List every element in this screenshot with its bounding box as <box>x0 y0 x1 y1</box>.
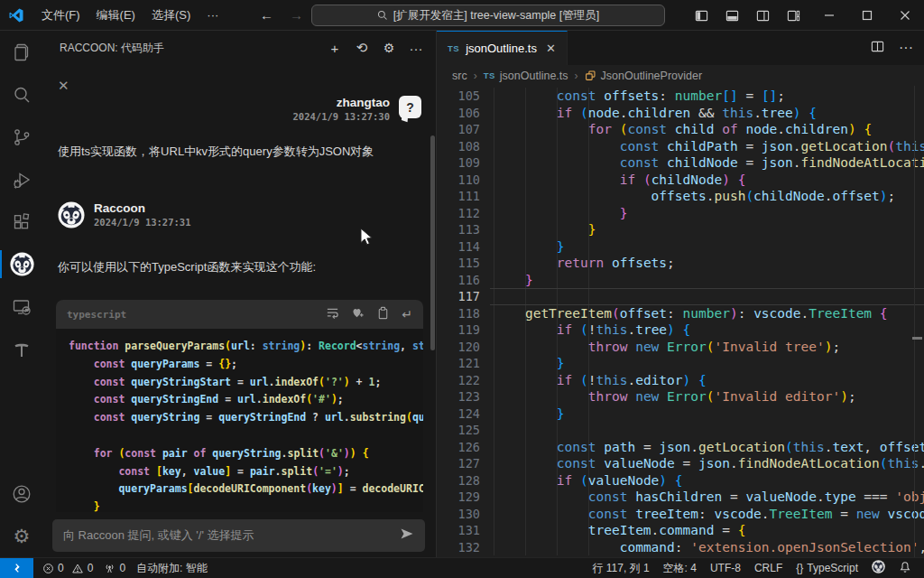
line-number: 126 <box>437 439 480 456</box>
editor-code-line: 116 } <box>437 272 924 289</box>
raccoon-avatar <box>58 201 85 232</box>
panel-settings-icon[interactable]: ⚙ <box>382 41 396 55</box>
ports-status[interactable]: 0 <box>104 562 125 574</box>
menu-selection[interactable]: 选择(S) <box>143 7 199 23</box>
line-number: 114 <box>437 238 480 256</box>
assistant-name: Raccoon <box>94 201 190 215</box>
command-center-search[interactable]: [扩展开发宿主] tree-view-sample [管理员] <box>311 5 665 26</box>
radio-tower-icon <box>104 563 116 574</box>
editor-code-line: 121 } <box>437 355 924 372</box>
overview-ruler-marker <box>912 337 922 340</box>
remote-indicator[interactable] <box>0 558 33 578</box>
search-icon <box>377 10 388 21</box>
indentation-status[interactable]: 空格: 4 <box>663 561 697 576</box>
nav-back-icon[interactable]: ← <box>260 7 273 23</box>
send-icon[interactable] <box>400 527 414 544</box>
chevron-right-icon: › <box>474 70 477 82</box>
editor-code-line: 130 const treeItem: vscode.TreeItem = ne… <box>437 506 924 523</box>
notifications-bell-icon[interactable] <box>899 561 911 576</box>
new-chat-icon[interactable]: + <box>328 41 342 56</box>
eol-status[interactable]: CRLF <box>754 562 782 574</box>
wrap-code-icon[interactable] <box>326 306 339 323</box>
extensions-icon[interactable] <box>0 200 43 243</box>
line-number: 124 <box>437 406 480 423</box>
tab-label: jsonOutline.ts <box>466 42 537 55</box>
breadcrumb-file[interactable]: TSjsonOutline.ts <box>484 70 568 82</box>
editor-code-line: 118 getTreeItem(offset: number): vscode.… <box>437 305 924 322</box>
user-name: zhangtao <box>293 96 390 109</box>
encoding-status[interactable]: UTF-8 <box>710 562 741 574</box>
user-message-text: 使用ts实现函数，将URL中kv形式的query参数转为JSON对象 <box>58 144 421 160</box>
customize-layout-icon[interactable] <box>780 0 807 31</box>
editor-code-line: 105 const offsets: number[] = []; <box>437 88 924 105</box>
chat-input[interactable]: 向 Raccoon 提问, 或键入 '/' 选择提示 <box>52 519 425 552</box>
explorer-icon[interactable] <box>0 31 43 73</box>
copy-code-icon[interactable] <box>376 306 390 323</box>
breadcrumb-symbol[interactable]: JsonOutlineProvider <box>585 70 703 82</box>
cursor-position-status[interactable]: 行 117, 列 1 <box>592 561 649 576</box>
assistant-message-header: Raccoon 2024/1/9 13:27:31 <box>58 201 421 232</box>
window-close-icon[interactable] <box>886 0 924 31</box>
line-number: 131 <box>437 522 480 539</box>
auto-attach-status[interactable]: 自动附加: 智能 <box>136 561 208 576</box>
line-number: 111 <box>437 188 480 205</box>
panel-more-icon[interactable]: ··· <box>409 41 423 56</box>
editor-code-line: 128 if (valueNode) { <box>437 472 924 489</box>
favorite-code-icon[interactable] <box>351 306 365 323</box>
remote-explorer-icon[interactable] <box>0 285 43 328</box>
menu-file[interactable]: 文件(F) <box>33 7 88 23</box>
editor-code-line: 109 const childNode = json.findNodeAtLoc… <box>437 154 924 172</box>
window-minimize-icon[interactable] <box>810 0 848 31</box>
editor-more-icon[interactable]: ··· <box>899 40 913 56</box>
accounts-icon[interactable] <box>0 472 43 515</box>
activity-bar: ⚙ <box>0 31 43 557</box>
language-mode-status[interactable]: {} TypeScript <box>796 562 858 574</box>
breadcrumb-src[interactable]: src <box>452 70 467 82</box>
editor-code-line: 120 throw new Error('Invalid tree'); <box>437 339 924 356</box>
vscode-logo-icon <box>8 7 24 23</box>
insert-code-icon[interactable]: ↵ <box>402 307 412 322</box>
line-number: 107 <box>437 121 480 138</box>
editor-code-line: 132 command: 'extension.openJsonSelectio… <box>437 539 924 556</box>
menu-overflow[interactable]: ··· <box>199 8 226 22</box>
editor-group: TS jsonOutline.ts ✕ ··· src › TSjsonOutl… <box>436 31 924 557</box>
settings-gear-icon[interactable]: ⚙ <box>0 515 43 557</box>
editor-code-line: 131 treeItem.command = { <box>437 522 924 539</box>
toggle-panel-icon[interactable] <box>718 0 745 31</box>
run-debug-icon[interactable] <box>0 158 43 200</box>
line-number: 117 <box>437 288 480 305</box>
tab-close-icon[interactable]: ✕ <box>546 42 556 55</box>
warning-icon <box>71 563 84 574</box>
tab-jsonoutline[interactable]: TS jsonOutline.ts ✕ <box>437 31 568 65</box>
line-number: 118 <box>437 305 480 322</box>
tesla-extension-icon[interactable] <box>0 328 43 370</box>
user-message-header: zhangtao 2024/1/9 13:27:30 ? <box>58 96 421 122</box>
editor-code-line: 108 const childPath = json.getLocation(t… <box>437 138 924 155</box>
status-bar: 0 0 0 自动附加: 智能 行 117, 列 1 空格: 4 UTF-8 CR… <box>0 557 924 578</box>
chat-code-line: const queryStringEnd = url.indexOf('#'); <box>69 391 423 409</box>
search-view-icon[interactable] <box>0 73 43 116</box>
nav-forward-icon[interactable]: → <box>290 7 303 23</box>
line-number: 115 <box>437 255 480 272</box>
raccoon-chat-panel: RACCOON: 代码助手 + ⟲ ⚙ ··· ✕ zhangtao 2024/… <box>43 31 436 557</box>
source-control-icon[interactable] <box>0 116 43 158</box>
chat-code-line: const [key, value] = pair.split('='); <box>69 463 423 481</box>
chat-scrollbar[interactable] <box>430 135 435 350</box>
chat-code-line: function parseQueryParams(url: string): … <box>69 338 423 356</box>
close-icon[interactable]: ✕ <box>58 78 69 94</box>
raccoon-status-icon[interactable] <box>872 560 885 576</box>
split-editor-icon[interactable] <box>871 40 884 57</box>
toggle-secondary-sidebar-icon[interactable] <box>749 0 776 31</box>
menu-edit[interactable]: 编辑(E) <box>88 7 143 23</box>
raccoon-extension-icon[interactable] <box>0 243 43 285</box>
remote-icon <box>11 562 23 574</box>
code-editor[interactable]: 105 const offsets: number[] = [];106 if … <box>437 86 924 557</box>
problems-status[interactable]: 0 0 <box>42 562 93 574</box>
toggle-sidebar-icon[interactable] <box>688 0 715 31</box>
line-number: 109 <box>437 154 480 172</box>
window-maximize-icon[interactable] <box>848 0 886 31</box>
chevron-right-icon: › <box>575 70 578 82</box>
tab-bar: TS jsonOutline.ts ✕ ··· <box>437 31 924 65</box>
history-icon[interactable]: ⟲ <box>355 40 369 56</box>
chat-input-placeholder: 向 Raccoon 提问, 或键入 '/' 选择提示 <box>63 527 400 544</box>
